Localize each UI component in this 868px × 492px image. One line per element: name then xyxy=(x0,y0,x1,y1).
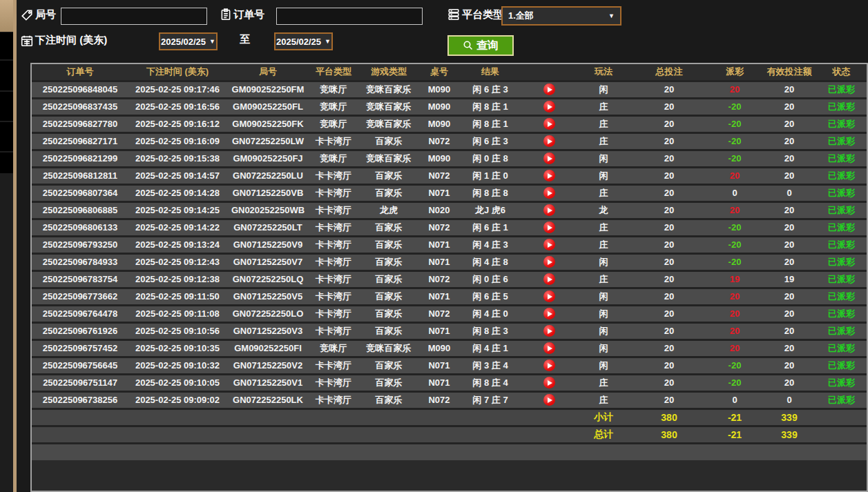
replay-button[interactable] xyxy=(543,256,555,268)
cell-status: 已派彩 xyxy=(816,167,867,184)
cell-order-no: 250225096837435 xyxy=(32,98,128,115)
replay-button[interactable] xyxy=(543,394,555,406)
cell-bet-time: 2025-02-25 09:11:50 xyxy=(128,288,226,305)
cell-play-type: 庄 xyxy=(576,270,631,288)
date-from-select[interactable]: 2025/02/25 ▼ xyxy=(159,32,218,50)
cell-platform: 卡卡湾厅 xyxy=(309,132,358,150)
replay-button[interactable] xyxy=(543,83,555,95)
cell-table-no: N072 xyxy=(420,305,459,322)
cell-status: 已派彩 xyxy=(816,322,867,340)
header-table-no: 桌号 xyxy=(420,64,459,81)
cell-result: 闲 0 庄 6 xyxy=(459,270,522,288)
cell-table-no: N072 xyxy=(420,391,459,409)
cell-bet-time: 2025-02-25 09:10:05 xyxy=(128,374,226,391)
cell-bet-time: 2025-02-25 09:17:46 xyxy=(128,81,226,98)
cell-replay xyxy=(522,98,576,115)
cell-table-no: N071 xyxy=(420,357,459,374)
cell-result: 闲 4 庄 1 xyxy=(459,340,522,357)
cell-status: 已派彩 xyxy=(816,98,867,115)
order-no-input[interactable] xyxy=(276,8,423,25)
rail-active-tab[interactable] xyxy=(0,0,13,32)
cell-valid-bet: 20 xyxy=(762,374,816,391)
play-icon xyxy=(548,139,552,144)
replay-button[interactable] xyxy=(543,325,555,337)
cell-payout: -20 xyxy=(707,219,762,236)
cell-table-no: N071 xyxy=(420,184,459,201)
replay-button[interactable] xyxy=(543,308,555,319)
replay-button[interactable] xyxy=(543,135,555,147)
rail-block xyxy=(0,61,13,90)
table-row: 250225096761926 2025-02-25 09:10:56 GN07… xyxy=(32,322,867,340)
cell-bet-time: 2025-02-25 09:16:56 xyxy=(128,98,226,115)
replay-button[interactable] xyxy=(543,273,555,285)
cell-game-type: 百家乐 xyxy=(358,391,420,409)
search-button[interactable]: 查询 xyxy=(447,35,514,56)
cell-play-type: 闲 xyxy=(576,357,631,374)
header-order-no: 订单号 xyxy=(32,64,128,81)
play-icon xyxy=(548,397,552,403)
cell-game-type: 竞咪百家乐 xyxy=(358,340,420,357)
play-icon xyxy=(548,311,552,317)
replay-button[interactable] xyxy=(543,170,555,181)
total-label: 总计 xyxy=(576,426,631,443)
cell-payout: 20 xyxy=(707,340,762,357)
replay-button[interactable] xyxy=(543,101,555,112)
header-play-type: 玩法 xyxy=(576,64,631,81)
cell-play-type: 闲 xyxy=(576,340,631,357)
cell-replay xyxy=(522,115,576,132)
date-to-value: 2025/02/25 xyxy=(276,37,321,47)
cell-platform: 卡卡湾厅 xyxy=(309,167,358,184)
cell-platform: 卡卡湾厅 xyxy=(309,322,358,340)
cell-round-no: GN072252250LQ xyxy=(226,270,309,288)
replay-button[interactable] xyxy=(543,342,555,354)
play-icon xyxy=(548,259,552,265)
cell-valid-bet: 0 xyxy=(762,184,816,201)
cell-result: 闲 6 庄 3 xyxy=(459,132,522,150)
cell-total-bet: 20 xyxy=(631,132,707,150)
cell-status: 已派彩 xyxy=(816,81,867,98)
replay-button[interactable] xyxy=(543,239,555,250)
play-icon xyxy=(548,363,552,368)
replay-button[interactable] xyxy=(543,118,555,130)
play-icon xyxy=(548,104,552,110)
cell-bet-time: 2025-02-25 09:09:02 xyxy=(128,391,226,409)
replay-button[interactable] xyxy=(543,360,555,371)
cell-platform: 竞咪厅 xyxy=(309,150,358,167)
table-row: 250225096751147 2025-02-25 09:10:05 GN07… xyxy=(32,374,867,391)
cell-bet-time: 2025-02-25 09:12:38 xyxy=(128,270,226,288)
replay-button[interactable] xyxy=(543,377,555,388)
cell-play-type: 庄 xyxy=(576,374,631,391)
cell-replay xyxy=(522,270,576,288)
cell-game-type: 百家乐 xyxy=(358,132,420,150)
table-row: 250225096773662 2025-02-25 09:11:50 GN07… xyxy=(32,288,867,305)
cell-valid-bet: 20 xyxy=(762,98,816,115)
header-bet-time: 下注时间 (美东) xyxy=(128,64,226,81)
replay-button[interactable] xyxy=(543,187,555,199)
cell-payout: -20 xyxy=(707,236,762,253)
replay-button[interactable] xyxy=(543,204,555,216)
cell-replay xyxy=(522,81,576,98)
replay-button[interactable] xyxy=(543,222,555,233)
replay-button[interactable] xyxy=(543,152,555,164)
cell-status: 已派彩 xyxy=(816,391,867,409)
cell-game-type: 百家乐 xyxy=(358,357,420,374)
cell-bet-time: 2025-02-25 09:13:24 xyxy=(128,236,226,253)
header-valid-bet: 有效投注额 xyxy=(762,64,816,81)
order-no-label: 订单号 xyxy=(233,8,264,21)
cell-play-type: 庄 xyxy=(576,98,631,115)
cell-valid-bet: 20 xyxy=(762,305,816,322)
replay-button[interactable] xyxy=(543,291,555,302)
table-row: 250225096821299 2025-02-25 09:15:38 GM09… xyxy=(32,150,867,167)
date-to-label: 至 xyxy=(240,33,250,46)
platform-icon xyxy=(447,8,460,21)
date-to-select[interactable]: 2025/02/25 ▼ xyxy=(274,32,333,50)
play-icon xyxy=(548,173,552,179)
cell-status: 已派彩 xyxy=(816,236,867,253)
cell-bet-time: 2025-02-25 09:10:32 xyxy=(128,357,226,374)
cell-replay xyxy=(522,374,576,391)
platform-type-select[interactable]: 1.全部 ▼ xyxy=(501,6,621,26)
cell-payout: -20 xyxy=(707,98,762,115)
cell-platform: 竞咪厅 xyxy=(309,98,358,115)
cell-bet-time: 2025-02-25 09:14:28 xyxy=(128,184,226,201)
round-no-input[interactable] xyxy=(61,8,207,25)
